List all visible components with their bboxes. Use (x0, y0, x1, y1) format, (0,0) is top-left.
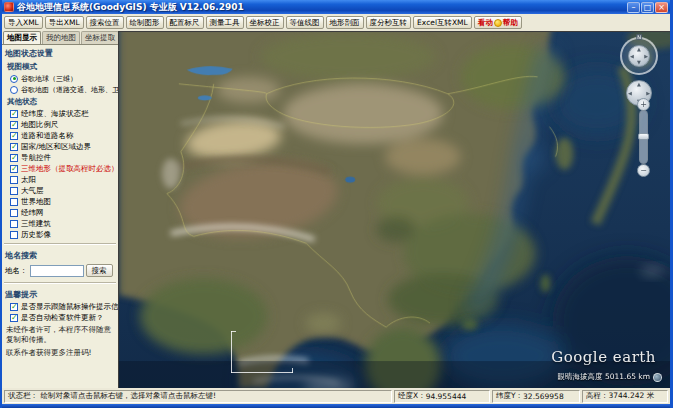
place-search-input[interactable] (30, 265, 84, 277)
tab[interactable]: 我的地图 (42, 31, 80, 44)
window-title: 谷地地理信息系统(GoodyGIS) 专业版 V12.06.2901 (17, 1, 624, 14)
maximize-icon[interactable]: □ (641, 2, 654, 13)
checkbox-icon (10, 143, 18, 151)
zoom-slider-handle[interactable] (638, 133, 649, 140)
help-label-left: 看动 (478, 18, 493, 28)
tip-checkbox[interactable]: 是否显示跟随鼠标操作提示信息？ (2, 301, 118, 312)
toolbar-button-group: 导入XML 导出XML 搜索位置 绘制图形 配置标尺 测量工具 坐标校正 等值线… (4, 16, 472, 29)
toolbar-button[interactable]: Excel互转XML (413, 16, 472, 29)
layer-checkbox[interactable]: 世界地图 (2, 196, 118, 207)
left-sidebar: 地图显示 我的地图 坐标提取 影像下载 地图状态设置 视图模式 谷歌地球（三维） (2, 31, 118, 388)
toolbar-button[interactable]: 地形剖面 (326, 16, 364, 29)
layer-checkbox-group: 经纬度、海拔状态栏 地图比例尺 道路和道路名称 (2, 108, 118, 240)
layer-checkbox[interactable]: 地图比例尺 (2, 119, 118, 130)
look-joystick-knob[interactable]: ▲ ▼ ◀ ▶ (628, 45, 650, 67)
close-icon[interactable]: × (655, 2, 668, 13)
latitude-label: 纬度Y： (496, 391, 523, 401)
elevation-value: 3744.242 米 (609, 391, 655, 401)
toolbar-button[interactable]: 导入XML (4, 16, 43, 29)
radio-label: 谷歌地球（三维） (21, 74, 77, 84)
main-body: 地图显示 我的地图 坐标提取 影像下载 地图状态设置 视图模式 谷歌地球（三维） (2, 31, 670, 388)
checkbox-label: 经纬网 (21, 208, 44, 218)
layer-checkbox[interactable]: 太阳 (2, 174, 118, 185)
checkbox-icon (10, 198, 18, 206)
checkbox-icon (10, 220, 18, 228)
look-joystick[interactable]: N ▲ ▼ ◀ ▶ (620, 37, 658, 75)
checkbox-icon (10, 209, 18, 217)
tip-checkbox[interactable]: 是否自动检查软件更新？ (2, 312, 118, 323)
search-row: 地名： 搜索 (2, 262, 118, 279)
toolbar-button[interactable]: 绘制图形 (126, 16, 164, 29)
sidebar-tabs: 地图显示 我的地图 坐标提取 影像下载 (2, 31, 118, 44)
tips-checkbox-group: 是否显示跟随鼠标操作提示信息？ 是否自动检查软件更新？ (2, 301, 118, 323)
toolbar-button[interactable]: 等值线图 (286, 16, 324, 29)
map-viewport[interactable]: N ▲ ▼ ◀ ▶ ▲ ▼ ◀ ▶ + − Google ear (118, 31, 670, 388)
layer-checkbox[interactable]: 经纬网 (2, 207, 118, 218)
toolbar-button[interactable]: 坐标校正 (246, 16, 284, 29)
toolbar-button[interactable]: 度分秒互转 (366, 16, 412, 29)
toolbar-button[interactable]: 测量工具 (206, 16, 244, 29)
compass-north-icon: N (636, 34, 642, 40)
contact-notice: 联系作者获得更多注册码! (2, 346, 118, 359)
help-label-right: 帮助 (503, 18, 518, 28)
toolbar-button[interactable]: 搜索位置 (86, 16, 124, 29)
layer-checkbox[interactable]: 历史影像 (2, 229, 118, 240)
toolbar-button[interactable]: 导出XML (45, 16, 84, 29)
nav-left-icon: ◀ (630, 54, 634, 59)
status-message: 状态栏： 绘制对象请点击鼠标右键，选择对象请点击鼠标左键! (4, 390, 392, 403)
search-button[interactable]: 搜索 (86, 264, 113, 277)
view-mode-header: 视图模式 (2, 60, 118, 73)
nav-up-icon: ▲ (637, 47, 641, 52)
separator (4, 282, 116, 284)
checkbox-label: 历史影像 (21, 230, 51, 240)
checkbox-label: 是否显示跟随鼠标操作提示信息？ (21, 302, 118, 312)
view-mode-radio[interactable]: 谷歌地球（三维） (2, 73, 118, 84)
longitude-value: 94.955444 (426, 392, 467, 401)
eye-altitude-readout: 眼睛海拔高度 5011.65 km (558, 372, 662, 382)
checkbox-icon (10, 110, 18, 118)
nav-right-icon: ▶ (644, 54, 648, 59)
view-mode-radio[interactable]: 谷歌地图（道路交通、地形、卫图） (2, 84, 118, 95)
checkbox-label: 大气层 (21, 186, 44, 196)
checkbox-icon (10, 231, 18, 239)
layer-checkbox[interactable]: 经纬度、海拔状态栏 (2, 108, 118, 119)
map-state-header: 地图状态设置 (2, 46, 118, 60)
checkbox-label: 道路和道路名称 (21, 131, 74, 141)
license-notice: 未经作者许可，本程序不得随意复制和传播。 (2, 323, 118, 346)
eye-altitude-text: 眼睛海拔高度 5011.65 km (558, 372, 650, 382)
tab[interactable]: 地图显示 (3, 31, 41, 44)
checkbox-icon (10, 176, 18, 184)
checkbox-label: 太阳 (21, 175, 36, 185)
checkbox-icon (10, 187, 18, 195)
zoom-out-button[interactable]: − (637, 164, 650, 177)
checkbox-label: 世界地图 (21, 197, 51, 207)
titlebar[interactable]: 谷地地理信息系统(GoodyGIS) 专业版 V12.06.2901 – □ × (2, 0, 670, 14)
layer-checkbox[interactable]: 道路和道路名称 (2, 130, 118, 141)
nav-left-icon: ◀ (628, 91, 632, 96)
checkbox-label: 地图比例尺 (21, 120, 59, 130)
checkbox-icon (10, 121, 18, 129)
settings-panel: 地图状态设置 视图模式 谷歌地球（三维） 谷歌地图（道路交通、地形、卫图） (2, 44, 118, 388)
latitude-value: 32.569958 (523, 392, 564, 401)
window-bottom-border (2, 404, 670, 408)
layer-checkbox[interactable]: 国家/地区和区域边界 (2, 141, 118, 152)
layer-checkbox[interactable]: 大气层 (2, 185, 118, 196)
tips-header: 温馨提示 (2, 287, 118, 301)
smiley-icon (494, 19, 502, 27)
layer-checkbox[interactable]: 导航控件 (2, 152, 118, 163)
statusbar: 状态栏： 绘制对象请点击鼠标右键，选择对象请点击鼠标左键! 经度X： 94.95… (2, 388, 670, 404)
toolbar: 导入XML 导出XML 搜索位置 绘制图形 配置标尺 测量工具 坐标校正 等值线… (2, 14, 670, 31)
minimize-icon[interactable]: – (627, 2, 640, 13)
layer-checkbox[interactable]: 三维建筑 (2, 218, 118, 229)
checkbox-label: 是否自动检查软件更新？ (21, 313, 104, 323)
toolbar-button[interactable]: 配置标尺 (166, 16, 204, 29)
tab[interactable]: 坐标提取 (81, 31, 119, 44)
google-earth-watermark: Google earth (551, 348, 656, 366)
help-button[interactable]: 看动 帮助 (474, 16, 522, 29)
separator (4, 243, 116, 245)
checkbox-label: 导航控件 (21, 153, 51, 163)
checkbox-icon (10, 303, 18, 311)
app-window: 谷地地理信息系统(GoodyGIS) 专业版 V12.06.2901 – □ ×… (0, 0, 673, 408)
layer-checkbox[interactable]: 三维地形（提取高程时必选） (2, 163, 118, 174)
radio-icon (10, 75, 18, 83)
